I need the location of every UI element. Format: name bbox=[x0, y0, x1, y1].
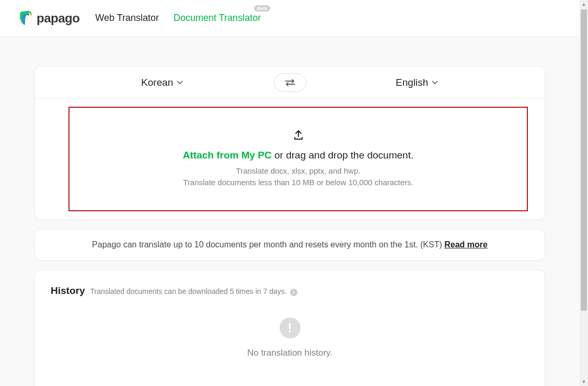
history-empty-state: ! No translation history. bbox=[51, 317, 529, 358]
target-language-selector[interactable]: English bbox=[290, 77, 545, 88]
upload-suffix: or drag and drop the document. bbox=[272, 150, 413, 161]
quota-notice: Papago can translate up to 10 documents … bbox=[34, 229, 545, 260]
upload-icon bbox=[293, 130, 304, 142]
history-header: History Translated documents can be down… bbox=[51, 285, 529, 297]
swap-languages-button[interactable] bbox=[274, 73, 306, 92]
main-content: Korean English bbox=[0, 37, 580, 386]
main-nav: Web Translator Document Translator Beta bbox=[95, 13, 261, 24]
scrollbar[interactable]: ▲ ▼ bbox=[580, 0, 588, 386]
scroll-up-arrow[interactable]: ▲ bbox=[580, 0, 588, 8]
upload-limits: Translate documents less than 10 MB or b… bbox=[183, 177, 413, 189]
tab-document-label: Document Translator bbox=[174, 13, 261, 23]
history-subtitle: Translated documents can be downloaded 5… bbox=[90, 287, 297, 296]
info-icon[interactable]: i bbox=[290, 289, 297, 296]
scrollbar-thumb[interactable] bbox=[580, 8, 588, 312]
exclamation-icon: ! bbox=[280, 317, 301, 338]
upload-dropzone[interactable]: Attach from My PC or drag and drop the d… bbox=[68, 107, 528, 211]
tab-web-translator[interactable]: Web Translator bbox=[95, 13, 159, 24]
language-bar: Korean English bbox=[35, 66, 545, 99]
notice-text: Papago can translate up to 10 documents … bbox=[92, 240, 444, 249]
parrot-icon bbox=[19, 10, 32, 26]
history-card: History Translated documents can be down… bbox=[34, 270, 545, 386]
chevron-down-icon bbox=[431, 79, 439, 86]
source-language-selector[interactable]: Korean bbox=[35, 77, 290, 88]
brand-logo[interactable]: papago bbox=[19, 10, 79, 26]
translator-card: Korean English bbox=[34, 66, 545, 220]
app-header: papago Web Translator Document Translato… bbox=[0, 0, 580, 37]
upload-title: Attach from My PC or drag and drop the d… bbox=[183, 150, 413, 161]
source-language-label: Korean bbox=[141, 77, 173, 88]
history-title: History bbox=[51, 285, 85, 297]
brand-name: papago bbox=[37, 11, 79, 26]
svg-point-0 bbox=[28, 14, 29, 15]
beta-badge: Beta bbox=[254, 5, 271, 12]
empty-text: No translation history. bbox=[247, 348, 332, 358]
chevron-down-icon bbox=[176, 79, 183, 86]
upload-formats: Translate docx, xlsx, pptx, and hwp. bbox=[236, 165, 361, 177]
scroll-down-arrow[interactable]: ▼ bbox=[580, 378, 588, 386]
target-language-label: English bbox=[396, 77, 428, 88]
attach-link[interactable]: Attach from My PC bbox=[183, 150, 272, 161]
tab-document-translator[interactable]: Document Translator Beta bbox=[174, 13, 261, 24]
read-more-link[interactable]: Read more bbox=[444, 240, 488, 249]
swap-icon bbox=[284, 79, 296, 86]
